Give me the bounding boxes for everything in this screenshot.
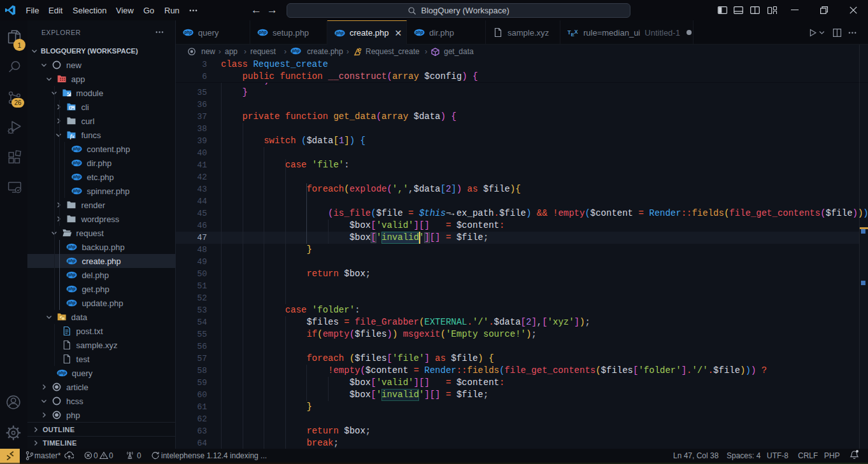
- svg-text:php: php: [68, 258, 76, 264]
- svg-text:php: php: [184, 30, 192, 35]
- svg-text:php: php: [68, 286, 76, 292]
- svg-text:php: php: [73, 146, 81, 151]
- svg-text:php: php: [259, 30, 267, 35]
- svg-text:php: php: [292, 48, 300, 53]
- svg-text:TEX: TEX: [567, 29, 578, 37]
- svg-text:php: php: [73, 160, 81, 165]
- svg-text:fx: fx: [70, 133, 75, 139]
- svg-text:php: php: [68, 300, 76, 306]
- svg-text:php: php: [68, 272, 76, 278]
- svg-text:php: php: [73, 188, 81, 193]
- svg-text:php: php: [68, 244, 76, 250]
- svg-text:php: php: [73, 174, 81, 179]
- svg-text:php: php: [57, 370, 66, 376]
- svg-text:php: php: [415, 30, 423, 35]
- svg-text:php: php: [336, 31, 344, 36]
